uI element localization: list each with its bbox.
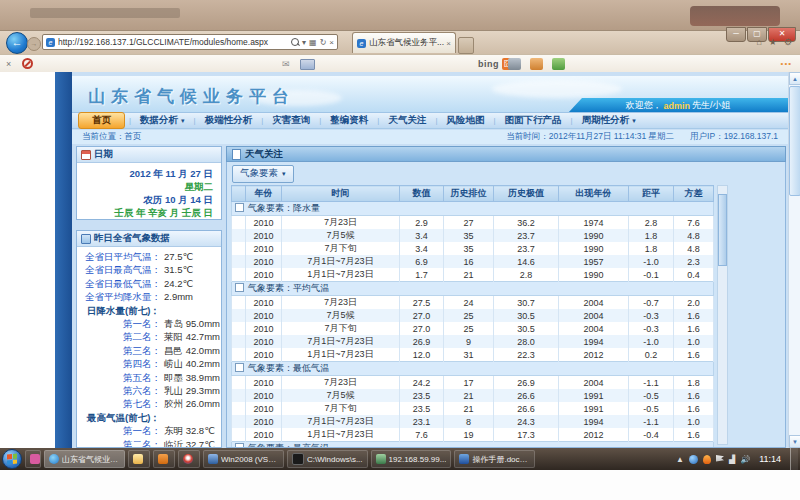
- new-tab-button[interactable]: [458, 37, 474, 54]
- network-icon[interactable]: ▟: [729, 455, 735, 464]
- row-checkbox-cell: [232, 268, 246, 282]
- address-bar[interactable]: e http://192.168.137.1/GLCCLIMATE/module…: [42, 34, 338, 50]
- nav-item-7[interactable]: 风险地图: [437, 114, 493, 127]
- blocked-icon[interactable]: [22, 58, 33, 69]
- taskbar-button-1[interactable]: 山东省气候业务平...: [44, 450, 125, 468]
- taskbar-button-label: 山东省气候业务平...: [62, 454, 120, 465]
- taskbar-button-5[interactable]: Win2008 (VS2...: [203, 450, 284, 468]
- table-cell: 9: [444, 335, 494, 348]
- weather-focus-panel: 天气关注 气象要素 ▾: [226, 146, 786, 448]
- yesterday-weather-panel: 昨日全省气象数据 全省日平均气温：27.5℃全省日最高气温：31.5℃全省日最低…: [76, 230, 222, 448]
- nav-item-1[interactable]: 首页: [78, 112, 125, 129]
- screen: ← → e http://192.168.137.1/GLCCLIMATE/mo…: [0, 0, 800, 500]
- table-cell: 2010: [246, 348, 282, 362]
- hidden-icons-chevron-icon[interactable]: ▲: [676, 455, 684, 464]
- group-label: 气象要素：最低气温: [248, 363, 329, 373]
- panel-titlebar: 天气关注: [226, 146, 786, 162]
- table-cell: 23.5: [400, 402, 444, 415]
- camera-icon[interactable]: [508, 58, 521, 70]
- taskbar-clock[interactable]: 11:14: [759, 454, 781, 464]
- nav-item-2[interactable]: 数据分析▾: [131, 114, 194, 127]
- table-cell: -0.7: [629, 296, 674, 310]
- mail-icon[interactable]: ✉: [282, 59, 290, 69]
- search-icon[interactable]: [291, 38, 299, 46]
- cmd-icon: [292, 453, 304, 465]
- nav-item-5[interactable]: 整编资料: [321, 114, 377, 127]
- chevron-down-icon[interactable]: ▾: [302, 38, 306, 47]
- compatibility-view-icon[interactable]: ▦: [309, 38, 317, 47]
- addons-icon[interactable]: [552, 58, 565, 70]
- card-icon[interactable]: [300, 59, 315, 70]
- start-button[interactable]: [2, 449, 22, 469]
- table-row: 20107月23日27.52430.72004-0.72.0: [232, 296, 714, 310]
- group-checkbox[interactable]: [235, 363, 244, 372]
- favorites-star-icon[interactable]: ★: [769, 37, 777, 47]
- table-cell: 7月下旬: [282, 402, 400, 415]
- back-button[interactable]: ←: [6, 32, 28, 54]
- pinned-app-button[interactable]: [25, 450, 41, 468]
- table-cell: 21: [444, 268, 494, 282]
- app-tray-icon[interactable]: [703, 455, 711, 464]
- table-cell: 3.4: [400, 229, 444, 242]
- tab-close-icon[interactable]: ×: [446, 39, 451, 48]
- page-scrollbar[interactable]: ▲ ▼: [788, 72, 800, 448]
- nav-item-4[interactable]: 灾害查询: [263, 114, 319, 127]
- paint-icon[interactable]: [530, 58, 543, 70]
- scroll-down-icon[interactable]: ▼: [789, 435, 800, 448]
- weather-stat-line: 全省平均降水量：2.9mm: [77, 290, 221, 303]
- scroll-up-icon[interactable]: ▲: [789, 72, 800, 85]
- status-bar: 当前位置：首页 当前时间：2012年11月27日 11:14:31 星期二 用户…: [72, 130, 788, 144]
- show-desktop-button[interactable]: [790, 448, 798, 470]
- browser-toolbar: × ✉ bing 囧 •••: [0, 54, 800, 74]
- action-center-flag-icon[interactable]: [716, 455, 724, 463]
- weather-panel-header: 昨日全省气象数据: [77, 231, 221, 247]
- taskbar-button-label: C:\Windows\s...: [307, 455, 363, 464]
- close-sidebar-icon[interactable]: ×: [6, 59, 11, 69]
- browser-tab[interactable]: e 山东省气候业务平... ×: [352, 32, 456, 53]
- nav-item-3[interactable]: 极端性分析: [196, 114, 262, 127]
- page-scrollbar-thumb[interactable]: [789, 86, 800, 196]
- table-cell: 2010: [246, 428, 282, 442]
- taskbar-button-7[interactable]: 192.168.59.99...: [371, 450, 452, 468]
- row-checkbox-cell: [232, 229, 246, 242]
- group-checkbox[interactable]: [235, 203, 244, 212]
- taskbar-button-6[interactable]: C:\Windows\s...: [287, 450, 368, 468]
- stat-label: 第六名：: [77, 384, 161, 397]
- element-filter-button[interactable]: 气象要素 ▾: [232, 165, 294, 183]
- table-row: 20107月5候3.43523.719901.84.8: [232, 229, 714, 242]
- panel-scrollbar-thumb[interactable]: [718, 194, 727, 266]
- table-cell: 2004: [559, 376, 629, 390]
- taskbar-button-8[interactable]: 操作手册.docx ...: [454, 450, 535, 468]
- nav-item-9[interactable]: 周期性分析▾: [573, 114, 645, 127]
- speaker-icon[interactable]: 🔊: [740, 455, 750, 464]
- url-text[interactable]: http://192.168.137.1/GLCCLIMATE/modules/…: [58, 37, 287, 47]
- nav-item-8[interactable]: 图面下行产品: [496, 114, 571, 127]
- table-cell: -1.0: [629, 255, 674, 268]
- more-icon[interactable]: •••: [781, 59, 792, 68]
- table-cell: 1974: [559, 216, 629, 230]
- messenger-tray-icon[interactable]: [689, 455, 698, 464]
- background-window-fragment: [30, 8, 180, 18]
- stat-value: 乳山 29.3mm: [164, 384, 220, 397]
- minimize-button[interactable]: ─: [726, 27, 746, 42]
- row-checkbox-cell: [232, 216, 246, 230]
- group-checkbox[interactable]: [235, 283, 244, 292]
- weather-stat-line: 第四名：崂山 40.2mm: [77, 357, 221, 370]
- home-icon[interactable]: ⌂: [756, 37, 761, 47]
- row-checkbox-cell: [232, 296, 246, 310]
- settings-gear-icon[interactable]: ⚙: [784, 37, 792, 47]
- header-checkbox-cell: [232, 186, 246, 202]
- taskbar-button-3[interactable]: [153, 450, 175, 468]
- table-cell: 2010: [246, 402, 282, 415]
- forward-button[interactable]: →: [27, 37, 41, 51]
- panel-scrollbar[interactable]: [717, 185, 728, 445]
- refresh-icon[interactable]: ↻: [320, 38, 327, 47]
- nav-item-6[interactable]: 天气关注: [379, 114, 435, 127]
- table-cell: 27.0: [400, 309, 444, 322]
- table-cell: -1.1: [629, 415, 674, 428]
- taskbar-button-2[interactable]: [128, 450, 150, 468]
- stop-icon[interactable]: ×: [329, 38, 334, 47]
- row-checkbox-cell: [232, 255, 246, 268]
- taskbar-button-4[interactable]: [178, 450, 200, 468]
- stat-label: 第五名：: [77, 371, 161, 384]
